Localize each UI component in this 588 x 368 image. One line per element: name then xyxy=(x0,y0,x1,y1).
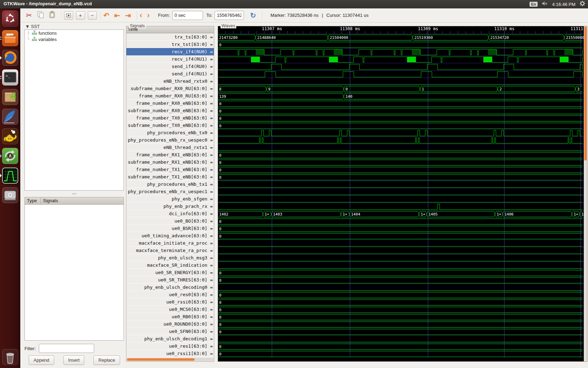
replace-button[interactable]: Replace xyxy=(93,355,120,365)
signal-row[interactable]: phy_enb_sfgen = xyxy=(126,195,214,203)
signal-row[interactable]: subframe_number_TX1_eNB[63:0] = xyxy=(126,173,214,180)
append-button[interactable]: Append xyxy=(29,355,54,365)
volume-muted-icon[interactable] xyxy=(542,1,548,8)
signal-row[interactable]: ue0_res0[63:0] = xyxy=(126,291,214,298)
signal-row[interactable]: frame_number_RX0_eNB[63:0] = xyxy=(126,100,214,107)
signal-row[interactable]: recv_if4(RU1) = xyxy=(126,55,214,63)
signal-row[interactable]: phy_enb_ulsch_decoding1 = xyxy=(126,335,214,342)
signal-row[interactable]: ue0_RB0[63:0] = xyxy=(126,313,214,320)
signal-row[interactable]: ue0_res1[63:0] = xyxy=(126,342,214,350)
launcher-item-terminal[interactable]: >_ xyxy=(2,69,18,86)
signal-row[interactable]: dci_info[63:0] = xyxy=(126,210,214,217)
signal-row[interactable]: phy_procedures_eNb_rx_uespec1 = xyxy=(126,188,214,195)
signal-row[interactable]: send_if4(RU0) = xyxy=(126,63,214,70)
signals-hscrollbar[interactable] xyxy=(127,358,214,361)
svg-text:1406: 1406 xyxy=(504,212,514,217)
svg-text:1+: 1+ xyxy=(343,212,348,217)
signal-row[interactable]: ue0_MCS0[63:0] = xyxy=(126,306,214,313)
signal-row[interactable]: subframe_number_RX0_RU[63:0] = xyxy=(126,85,214,92)
zoom-to-end-button[interactable]: ⇥ xyxy=(125,12,131,19)
zoom-to-start-button[interactable]: ⇤ xyxy=(114,12,120,19)
signal-row[interactable]: subframe_number_TX0_eNB[63:0] = xyxy=(126,122,214,129)
keyboard-indicator[interactable]: En xyxy=(530,2,537,7)
toolbar-separator xyxy=(262,11,262,20)
from-input[interactable] xyxy=(172,11,203,20)
launcher-item-trash[interactable] xyxy=(2,349,18,365)
sst-tree[interactable]: ├functions└variables xyxy=(24,29,124,191)
copy-button[interactable] xyxy=(37,11,44,20)
launcher-item-wireshark[interactable] xyxy=(2,109,18,125)
launcher-item-files[interactable] xyxy=(2,30,18,46)
signal-row[interactable]: phy_enb_ulsch_msg3 = xyxy=(126,254,214,261)
launcher-item-gtkwave[interactable] xyxy=(2,168,18,184)
launcher-item-dash-home[interactable] xyxy=(2,11,18,27)
zoom-undo-button[interactable]: ↶ xyxy=(104,12,110,19)
signal-row[interactable]: send_if4(RU1) = xyxy=(126,70,214,77)
sst-expander[interactable]: ▼ SST xyxy=(25,24,40,29)
tree-item-functions[interactable]: ├functions xyxy=(25,30,124,36)
launcher-item-lamp[interactable] xyxy=(2,128,18,144)
scroll-thumb[interactable] xyxy=(584,27,587,161)
reload-button[interactable]: ↻ xyxy=(250,12,256,19)
svg-text:11310 ms: 11310 ms xyxy=(494,27,514,31)
signal-row[interactable]: phy_enb_prach_rx = xyxy=(126,203,214,210)
signal-row[interactable]: macxface_terminate_ra_proc = xyxy=(126,247,214,254)
signal-row[interactable]: macxface_initiate_ra_proc = xyxy=(126,239,214,247)
type-column-header[interactable]: Type xyxy=(25,197,41,204)
launcher-item-package-installer[interactable] xyxy=(2,89,18,105)
signal-row[interactable]: subframe_number_RX0_eNB[63:0] = xyxy=(126,107,214,114)
session-gear-icon[interactable] xyxy=(580,1,585,8)
signal-row[interactable]: macxface_SR_indication = xyxy=(126,261,214,269)
next-edge-button[interactable]: › xyxy=(147,12,149,19)
tree-branch: └ xyxy=(27,37,32,42)
launcher-item-software-updater[interactable]: A xyxy=(2,148,18,164)
signal-row[interactable]: trx_ts[63:0] = xyxy=(126,33,214,41)
signal-row[interactable]: ue0_SR_THRES[63:0] = xyxy=(126,276,214,284)
signal-row[interactable]: ue0_SR_ENERGY[63:0] = xyxy=(126,269,214,276)
svg-text:0: 0 xyxy=(219,168,222,172)
type-signals-header: Type Signals xyxy=(24,197,124,205)
signal-row[interactable]: recv_if4(RU0) = xyxy=(126,48,214,55)
signal-row[interactable]: ue0_rssi0[63:0] = xyxy=(126,298,214,306)
signal-row[interactable]: ue0_SFN0[63:0] = xyxy=(126,328,214,335)
signal-row[interactable]: ue0_BO[63:0] = xyxy=(126,217,214,225)
cut-button[interactable]: ✂ xyxy=(26,12,32,19)
signal-row[interactable]: frame_number_RX1_eNB[63:0] = xyxy=(126,151,214,158)
launcher-item-disks[interactable] xyxy=(2,187,18,203)
zoom-in-button[interactable]: + xyxy=(76,11,85,20)
pane-splitter[interactable] xyxy=(24,192,124,196)
svg-text:0: 0 xyxy=(219,234,222,239)
signal-row[interactable]: ue0_timing_advance[63:0] = xyxy=(126,232,214,239)
signal-row[interactable]: phy_procedures_eNb_tx0 = xyxy=(126,129,214,136)
signal-row[interactable]: phy_enb_ulsch_decoding0 = xyxy=(126,284,214,291)
signal-row[interactable]: subframe_number_RX1_eNB[63:0] = xyxy=(126,158,214,166)
signal-row[interactable]: frame_number_TX0_eNB[63:0] = xyxy=(126,114,214,122)
signal-row[interactable]: phy_procedures_eNb_rx_uespec0 = xyxy=(126,136,214,144)
signal-row[interactable]: eNB_thread_rxtx1 = xyxy=(126,144,214,151)
paste-button[interactable] xyxy=(49,11,55,20)
svg-text:3: 3 xyxy=(577,87,580,91)
signal-row[interactable]: trx_tst[63:0] = xyxy=(126,41,214,48)
waves-vscrollbar[interactable] xyxy=(584,26,587,361)
insert-button[interactable]: Insert xyxy=(63,355,85,365)
signal-row[interactable]: ue0_ROUND0[63:0] = xyxy=(126,320,214,328)
signals-column-header[interactable]: Signals xyxy=(41,197,58,204)
signal-row[interactable]: ue0_BSR[63:0] = xyxy=(126,225,214,232)
signal-row[interactable]: eNB_thread_rxtx0 = xyxy=(126,77,214,85)
clock[interactable]: 4:16:46 PM xyxy=(552,2,576,7)
launcher-item-firefox[interactable] xyxy=(2,50,18,66)
scroll-thumb[interactable] xyxy=(127,358,195,361)
zoom-out-button[interactable]: − xyxy=(88,11,97,20)
filter-input[interactable] xyxy=(39,344,94,353)
svg-text:0: 0 xyxy=(219,271,222,275)
prev-edge-button[interactable]: ‹ xyxy=(140,12,142,19)
waves-canvas[interactable]: 11307 ms11308 ms11309 ms11310 ms11311 ms… xyxy=(218,27,584,357)
signal-row[interactable]: ue0_rssi1[63:0] = xyxy=(126,350,214,357)
zoom-fit-button[interactable] xyxy=(64,11,73,20)
signal-row[interactable]: phy_procedures_eNb_tx1 = xyxy=(126,180,214,188)
sst-signal-list[interactable] xyxy=(24,205,124,341)
signal-row[interactable]: frame_number_TX1_eNB[63:0] = xyxy=(126,166,214,173)
signal-row[interactable]: frame_number_RX0_RU[63:0] = xyxy=(126,92,214,100)
tree-item-variables[interactable]: └variables xyxy=(25,36,124,42)
to-input[interactable] xyxy=(215,11,244,20)
